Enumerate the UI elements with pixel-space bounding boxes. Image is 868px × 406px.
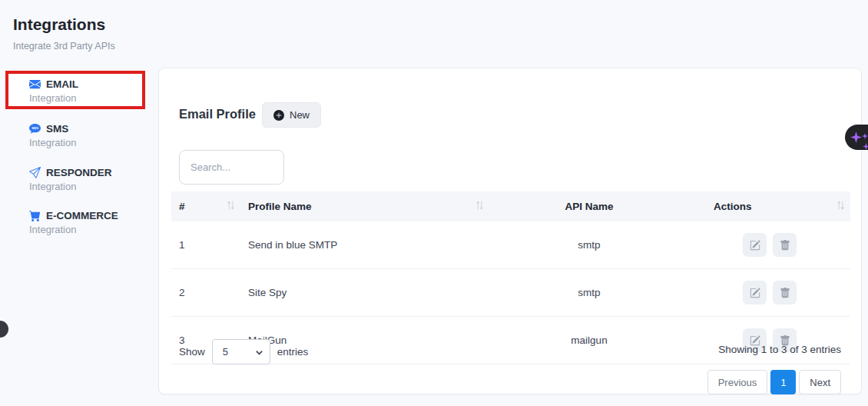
entries-per-page-select[interactable]: 5 <box>212 339 270 364</box>
delete-button[interactable] <box>773 281 797 304</box>
new-button-label: New <box>290 109 310 121</box>
paper-plane-icon <box>29 167 41 178</box>
sidebar-item-label: EMAIL <box>46 78 78 90</box>
sparkle-icon <box>862 128 868 135</box>
sidebar-item-ecommerce[interactable]: E-COMMERCE Integration <box>29 210 118 235</box>
row-number: 1 <box>171 221 240 269</box>
pagination: Previous 1 Next <box>707 370 841 394</box>
entries-label: entries <box>277 346 309 358</box>
sort-icon <box>475 200 484 211</box>
panel-heading: Email Profile <box>179 107 256 121</box>
profile-name-cell: Send in blue SMTP <box>240 221 489 269</box>
search-input[interactable] <box>179 150 284 185</box>
row-number: 2 <box>171 269 240 317</box>
shopping-cart-icon <box>29 210 41 221</box>
delete-button[interactable] <box>773 233 797 257</box>
sidebar-item-label: E-COMMERCE <box>46 210 118 221</box>
previous-page-button[interactable]: Previous <box>707 370 768 394</box>
sort-icon <box>837 200 845 211</box>
next-page-button[interactable]: Next <box>799 370 841 394</box>
sidebar-item-responder[interactable]: RESPONDER Integration <box>29 167 112 192</box>
table-header-row: # Profile Name API Name Actions <box>171 191 850 221</box>
ai-sparkle-button[interactable] <box>845 125 868 150</box>
column-header-profile-name[interactable]: Profile Name <box>240 191 489 221</box>
sidebar-item-label: RESPONDER <box>46 167 112 178</box>
edit-button[interactable] <box>743 233 767 257</box>
column-header-api-name[interactable]: API Name <box>489 191 689 221</box>
page-title: Integrations <box>13 15 105 34</box>
trash-icon <box>780 288 790 298</box>
sparkle-icon <box>863 139 868 146</box>
show-label: Show <box>179 346 205 358</box>
profile-name-cell: Site Spy <box>240 269 489 317</box>
api-name-cell: smtp <box>489 269 689 317</box>
sms-bubble-icon: SMS <box>29 123 41 135</box>
svg-text:SMS: SMS <box>31 126 38 130</box>
column-header-num[interactable]: # <box>171 191 240 221</box>
new-profile-button[interactable]: New <box>262 102 321 128</box>
edit-icon <box>750 288 760 298</box>
page-length-control: Show 5 entries <box>179 339 308 364</box>
sidebar-item-sms[interactable]: SMS SMS Integration <box>29 123 76 148</box>
sidebar-item-label: SMS <box>46 123 68 135</box>
table-row: 1 Send in blue SMTP smtp <box>171 221 850 269</box>
sidebar-item-sublabel: Integration <box>29 137 76 148</box>
trash-icon <box>780 240 790 251</box>
current-page-button[interactable]: 1 <box>770 370 796 394</box>
plus-circle-icon <box>273 110 284 121</box>
sidebar-item-sublabel: Integration <box>29 181 112 192</box>
envelope-icon <box>29 78 41 90</box>
column-header-actions[interactable]: Actions <box>689 191 850 221</box>
sparkle-icon <box>850 131 862 143</box>
page-subtitle: Integrate 3rd Party APIs <box>13 41 115 52</box>
edit-icon <box>750 240 760 251</box>
integrations-sidebar: EMAIL Integration SMS SMS Integration RE… <box>0 68 158 406</box>
email-profile-panel: Email Profile New # Profile Name API Nam… <box>158 68 862 394</box>
api-name-cell: smtp <box>489 221 689 269</box>
api-name-cell: mailgun <box>489 317 689 364</box>
edit-button[interactable] <box>743 281 767 304</box>
sidebar-item-sublabel: Integration <box>29 224 118 235</box>
sidebar-item-sublabel: Integration <box>29 92 78 104</box>
table-info-text: Showing 1 to 3 of 3 entries <box>718 344 841 355</box>
table-row: 2 Site Spy smtp <box>171 269 850 317</box>
sidebar-item-email[interactable]: EMAIL Integration <box>29 78 78 104</box>
sort-icon <box>227 200 235 211</box>
